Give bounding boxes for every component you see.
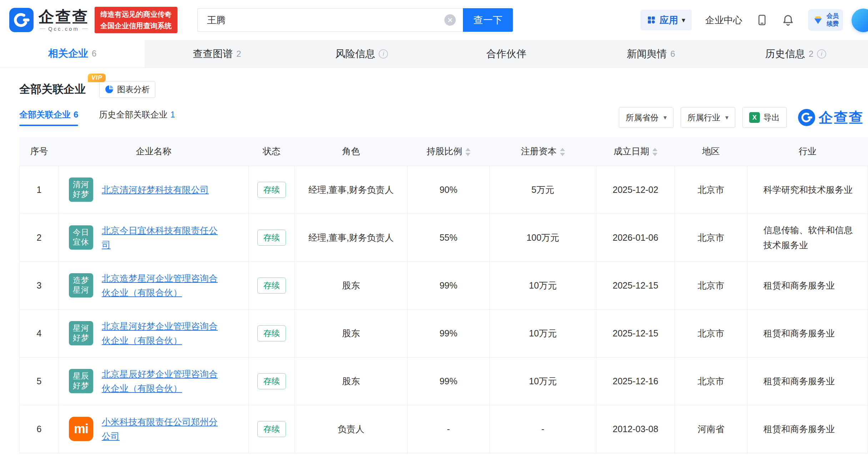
share-cell: 99% (408, 357, 490, 405)
date-cell: 2012-03-08 (596, 405, 675, 453)
pie-chart-icon (105, 85, 114, 94)
tab-risk-info[interactable]: 风险信息 (289, 40, 434, 68)
vip-renew-button[interactable]: 会员 续费 (808, 9, 843, 31)
industry-cell: 租赁和商务服务业 (747, 405, 868, 453)
capital-cell: 5万元 (490, 166, 596, 214)
company-link[interactable]: 北京今日宜休科技有限责任公司 (102, 223, 225, 252)
qcc-logo[interactable]: 企查查 Qcc.com (9, 8, 89, 32)
sort-icon (652, 148, 657, 156)
status-badge: 存续 (257, 230, 286, 246)
status-cell: 存续 (249, 405, 295, 453)
company-link[interactable]: 北京星河好梦企业管理咨询合伙企业（有限合伙） (102, 319, 225, 348)
chart-analysis-button[interactable]: 图表分析 (99, 81, 155, 98)
chevron-down-icon (725, 114, 728, 121)
search-input[interactable] (198, 9, 463, 31)
table-row: 1 清河好梦 北京清河好梦科技有限公司 存续 经理,董事,财务负责人 90% 5… (20, 166, 868, 214)
brand-domain: Qcc.com (40, 26, 88, 32)
vip-line2: 续费 (827, 20, 839, 28)
tab-related-companies[interactable]: 相关企业 6 (0, 40, 145, 68)
search-button[interactable]: 查一下 (463, 8, 513, 32)
date-cell: 2026-01-06 (596, 214, 675, 261)
brand-name: 企查查 (39, 8, 89, 25)
industry-cell: 租赁和商务服务业 (747, 261, 868, 309)
column-header-region: 地区 (675, 137, 747, 166)
industry-cell: 租赁和商务服务业 (747, 357, 868, 405)
subtab-label: 全部关联企业 (19, 110, 71, 119)
industry-cell: 信息传输、软件和信息技术服务业 (747, 214, 868, 261)
excel-icon (749, 112, 760, 123)
page-title: 全部关联企业 (19, 82, 86, 97)
tab-news[interactable]: 新闻舆情 6 (579, 40, 723, 68)
status-badge: 存续 (257, 373, 286, 389)
company-link[interactable]: 北京清河好梦科技有限公司 (102, 182, 209, 197)
bell-icon (782, 14, 794, 26)
subtab-count: 6 (74, 110, 78, 119)
column-header-share[interactable]: 持股比例 (408, 137, 490, 166)
date-cell: 2025-12-16 (596, 357, 675, 405)
company-logo: 星辰好梦 (69, 369, 93, 393)
row-number: 4 (20, 309, 59, 357)
tab-partners[interactable]: 合作伙伴 (434, 40, 579, 68)
company-link[interactable]: 北京星辰好梦企业管理咨询合伙企业（有限合伙） (102, 367, 225, 396)
subtab-all-related[interactable]: 全部关联企业6 (19, 109, 78, 126)
column-header-capital[interactable]: 注册资本 (490, 137, 596, 166)
role-cell: 股东 (295, 261, 408, 309)
tab-count: 2 (236, 49, 241, 59)
gem-icon (812, 14, 824, 26)
slogan-line2: 全国企业信用查询系统 (100, 20, 172, 31)
column-header-role: 角色 (295, 137, 408, 166)
role-cell: 负责人 (295, 405, 408, 453)
column-header-no: 序号 (20, 137, 59, 166)
region-cell: 北京市 (675, 309, 747, 357)
apps-button[interactable]: 应用 (640, 10, 692, 30)
sort-icon (465, 148, 470, 156)
corner-brand-logo: 企查查 (798, 108, 864, 128)
table-row: 3 造梦星河 北京造梦星河企业管理咨询合伙企业（有限合伙） 存续 股东 99% … (20, 261, 868, 309)
company-logo: 造梦星河 (69, 273, 93, 298)
company-logo: 星河好梦 (69, 321, 93, 345)
customer-service-icon[interactable] (852, 9, 868, 32)
info-icon (817, 49, 826, 59)
main-tab-bar: 相关企业 6 查查图谱 2 风险信息 合作伙伴 新闻舆情 6 历史信息 2 (0, 40, 868, 68)
industry-cell: 科学研究和技术服务业 (747, 166, 868, 214)
share-cell: 99% (408, 261, 490, 309)
status-badge: 存续 (257, 421, 286, 437)
company-link[interactable]: 北京造梦星河企业管理咨询合伙企业（有限合伙） (102, 271, 225, 300)
row-number: 6 (20, 405, 59, 453)
row-number: 1 (20, 166, 59, 214)
company-link[interactable]: 小米科技有限责任公司郑州分公司 (102, 415, 225, 444)
subtab-history-related[interactable]: 历史全部关联企业1 (99, 109, 175, 126)
row-number: 2 (20, 214, 59, 261)
company-cell: 星辰好梦 北京星辰好梦企业管理咨询合伙企业（有限合伙） (59, 357, 249, 405)
table-row: 6 mi 小米科技有限责任公司郑州分公司 存续 负责人 - - 2012-03-… (20, 405, 868, 453)
qcc-logo-icon (9, 8, 34, 32)
chevron-down-icon (663, 114, 667, 121)
clear-icon[interactable] (444, 14, 456, 26)
status-badge: 存续 (257, 278, 286, 294)
tab-history-info[interactable]: 历史信息 2 (723, 40, 868, 68)
capital-cell: 100万元 (490, 214, 596, 261)
capital-cell: 10万元 (490, 309, 596, 357)
top-header: 企查查 Qcc.com 缔造有远见的商业传奇 全国企业信用查询系统 查一下 应用… (0, 0, 868, 40)
table-row: 5 星辰好梦 北京星辰好梦企业管理咨询合伙企业（有限合伙） 存续 股东 99% … (20, 357, 868, 405)
tab-label: 查查图谱 (193, 47, 233, 61)
date-cell: 2025-12-15 (596, 309, 675, 357)
subtab-label: 历史全部关联企业 (99, 110, 167, 119)
industry-filter-label: 所属行业 (687, 112, 720, 123)
status-cell: 存续 (249, 261, 295, 309)
mobile-app-button[interactable] (756, 14, 768, 26)
xiaomi-logo: mi (69, 417, 93, 441)
tab-chart-graph[interactable]: 查查图谱 2 (145, 40, 289, 68)
company-logo: 今日宜休 (69, 225, 93, 250)
notifications-button[interactable] (782, 14, 794, 26)
column-header-date[interactable]: 成立日期 (596, 137, 675, 166)
company-cell: mi 小米科技有限责任公司郑州分公司 (59, 405, 249, 453)
sort-icon (560, 148, 565, 156)
export-button[interactable]: 导出 (742, 107, 787, 128)
province-filter[interactable]: 所属省份 (619, 107, 673, 128)
status-cell: 存续 (249, 214, 295, 261)
brand-text: 企查查 Qcc.com (39, 8, 89, 31)
industry-filter[interactable]: 所属行业 (681, 107, 735, 128)
enterprise-center-link[interactable]: 企业中心 (705, 14, 742, 26)
header-right: 应用 企业中心 会员 续费 (640, 9, 843, 31)
